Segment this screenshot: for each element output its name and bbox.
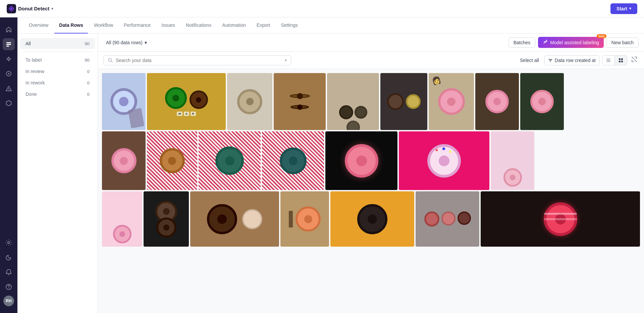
grid-row-2	[102, 131, 640, 190]
search-input[interactable]	[116, 58, 283, 63]
grid-item[interactable]	[147, 131, 197, 190]
toolbar: All (90 data rows) ▾ Batches Model assis…	[98, 34, 644, 52]
model-assisted-button[interactable]: Model assisted labeling beta	[538, 37, 604, 48]
filter-done[interactable]: Done 0	[20, 89, 95, 100]
svg-point-8	[8, 59, 9, 60]
svg-rect-5	[6, 44, 11, 45]
filter-all[interactable]: All 90	[20, 38, 95, 49]
data-count-button[interactable]: All (90 data rows) ▾	[103, 39, 150, 47]
search-icon	[108, 58, 113, 63]
moon-icon[interactable]	[3, 251, 15, 263]
start-button[interactable]: Start ▾	[610, 3, 637, 14]
grid-item[interactable]	[274, 73, 326, 130]
toolbar-left: All (90 data rows) ▾	[103, 39, 150, 47]
tab-workflow[interactable]: Workflow	[89, 17, 118, 34]
svg-point-22	[547, 42, 547, 42]
svg-point-19	[8, 288, 9, 289]
view-toggle	[602, 55, 627, 65]
start-chevron-icon: ▾	[629, 6, 631, 11]
svg-rect-4	[6, 42, 11, 43]
sidebar-item-model[interactable]	[3, 53, 15, 65]
grid-item[interactable]	[280, 191, 329, 247]
grid-item[interactable]	[102, 191, 142, 247]
wand-icon	[543, 39, 548, 46]
topbar: Donut Detect ▾ Start ▾	[0, 0, 644, 17]
topbar-left: Donut Detect ▾	[7, 4, 53, 13]
tab-export[interactable]: Export	[252, 17, 275, 34]
grid-item[interactable]	[380, 73, 427, 130]
grid-item[interactable]	[520, 73, 564, 130]
tab-settings[interactable]: Settings	[276, 17, 303, 34]
svg-point-16	[8, 90, 9, 90]
settings-icon[interactable]	[3, 237, 15, 249]
sort-button[interactable]: Data row created at	[544, 55, 599, 65]
help-icon[interactable]	[3, 281, 15, 293]
grid-item[interactable]	[325, 131, 397, 190]
search-bar: ▾ Select all Data row created at	[98, 52, 644, 69]
project-chevron-icon[interactable]: ▾	[51, 6, 53, 11]
search-right: Select all Data row created at	[517, 55, 639, 65]
grid-item[interactable]	[199, 131, 261, 190]
filter-in-rework[interactable]: In rework 0	[20, 77, 95, 88]
tab-performance[interactable]: Performance	[119, 17, 155, 34]
grid-item[interactable]	[327, 73, 379, 130]
grid-row-1: M A R	[102, 73, 640, 130]
grid-item[interactable]: M A R	[147, 73, 226, 130]
grid-view-button[interactable]	[615, 56, 627, 65]
grid-item[interactable]	[330, 191, 414, 247]
svg-rect-30	[621, 61, 623, 62]
beta-badge: beta	[597, 34, 606, 38]
grid-item[interactable]	[227, 73, 272, 130]
tab-issues[interactable]: Issues	[157, 17, 179, 34]
filter-divider	[23, 52, 92, 52]
grid-item[interactable]	[262, 131, 324, 190]
svg-point-1	[10, 8, 12, 10]
search-dropdown-icon[interactable]: ▾	[285, 58, 287, 63]
sidebar-item-label[interactable]	[3, 38, 15, 50]
sidebar-bottom: RH	[3, 237, 15, 306]
svg-point-17	[8, 242, 10, 244]
batches-button[interactable]: Batches	[508, 38, 536, 48]
sidebar-icons	[0, 20, 17, 237]
grid-item[interactable]	[491, 131, 534, 190]
new-batch-button[interactable]: New batch	[606, 38, 639, 48]
expand-button[interactable]	[630, 55, 639, 65]
filter-to-label[interactable]: To label 90	[20, 55, 95, 65]
svg-rect-6	[6, 46, 9, 47]
user-avatar[interactable]: RH	[3, 296, 14, 306]
grid-item[interactable]	[475, 73, 519, 130]
content-layout: All 90 To label 90 In review 0 In rework…	[17, 34, 644, 313]
grid-item[interactable]	[190, 191, 279, 247]
tab-automation[interactable]: Automation	[217, 17, 251, 34]
tab-overview[interactable]: Overview	[24, 17, 53, 34]
sidebar-item-home[interactable]	[3, 23, 15, 36]
left-panel: All 90 To label 90 In review 0 In rework…	[17, 34, 98, 313]
sidebar: RH	[0, 0, 17, 313]
data-count-chevron-icon: ▾	[145, 40, 147, 45]
svg-rect-29	[619, 61, 621, 62]
sidebar-item-alert[interactable]	[3, 82, 15, 95]
filter-in-review[interactable]: In review 0	[20, 66, 95, 77]
grid-item[interactable]	[144, 191, 189, 247]
toolbar-right: Batches Model assisted labeling beta New…	[508, 37, 639, 48]
svg-rect-25	[606, 60, 610, 61]
svg-point-20	[547, 40, 547, 41]
bell-icon[interactable]	[3, 266, 15, 278]
tab-notifications[interactable]: Notifications	[181, 17, 216, 34]
grid-item[interactable]	[399, 131, 489, 190]
main-content: Overview Data Rows Workflow Performance …	[17, 17, 644, 313]
grid-item[interactable]	[102, 131, 146, 190]
search-input-wrap[interactable]: ▾	[103, 55, 291, 65]
right-content: All (90 data rows) ▾ Batches Model assis…	[98, 34, 644, 313]
grid-item[interactable]: 👩	[429, 73, 474, 130]
grid-item[interactable]	[102, 73, 146, 130]
list-view-button[interactable]	[602, 56, 615, 65]
select-all-button[interactable]: Select all	[517, 56, 542, 64]
sidebar-item-explore[interactable]	[3, 68, 15, 80]
svg-rect-27	[619, 58, 621, 60]
grid-item[interactable]	[416, 191, 479, 247]
grid-item[interactable]	[481, 191, 640, 247]
sidebar-item-plugin[interactable]	[3, 97, 15, 109]
tab-data-rows[interactable]: Data Rows	[54, 17, 88, 34]
svg-rect-28	[621, 58, 623, 60]
